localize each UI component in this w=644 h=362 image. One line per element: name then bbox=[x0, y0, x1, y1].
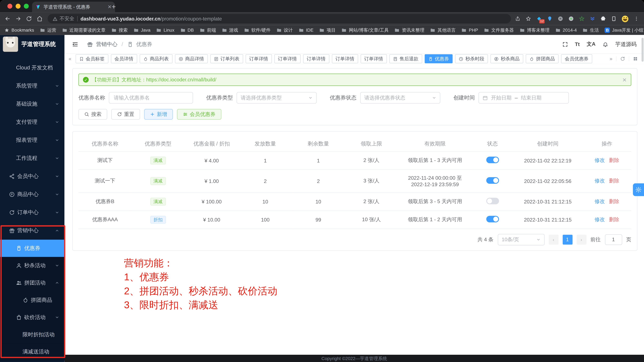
extension-record-icon[interactable] bbox=[568, 16, 574, 21]
tag-view-订单详情[interactable]: 订单详情 bbox=[360, 54, 387, 63]
page-scrollbar[interactable] bbox=[642, 38, 644, 62]
status-toggle[interactable] bbox=[486, 157, 499, 163]
status-toggle[interactable] bbox=[486, 216, 499, 222]
tag-view-商品详情[interactable]: 商品详情 bbox=[175, 54, 208, 63]
bookmark-folder[interactable]: 生活 bbox=[582, 27, 599, 33]
tags-layout-icon[interactable] bbox=[629, 56, 642, 61]
fullscreen-icon[interactable] bbox=[562, 41, 568, 47]
sidebar-item-限时折扣活动[interactable]: 限时折扣活动 bbox=[0, 326, 64, 343]
reset-button[interactable]: 重置 bbox=[111, 109, 140, 120]
bookmark-star-icon[interactable] bbox=[526, 16, 531, 21]
member-coupon-button[interactable]: 会员优惠券 bbox=[177, 109, 221, 120]
bookmark-java-group[interactable]: B Java开发 | 小组首… bbox=[605, 27, 644, 33]
bookmarks-manager[interactable]: Bookmarks bbox=[4, 27, 34, 33]
bookmark-folder[interactable]: Java bbox=[134, 27, 150, 33]
close-tab-icon[interactable]: ✕ bbox=[108, 4, 112, 10]
status-toggle[interactable] bbox=[486, 198, 499, 204]
sidebar-item-系统管理[interactable]: 系统管理 bbox=[0, 77, 64, 95]
create-time-range-picker[interactable]: 开始日期 – 结束日期 bbox=[478, 92, 569, 104]
bookmark-folder[interactable]: 近期需要读的文章 bbox=[62, 27, 106, 33]
sidebar-item-砍价活动[interactable]: 砍价活动 bbox=[0, 309, 64, 326]
tag-view-商品列表[interactable]: 商品列表 bbox=[140, 54, 172, 63]
close-window-button[interactable] bbox=[8, 4, 12, 9]
bookmark-folder[interactable]: 博客未整理 bbox=[520, 27, 550, 33]
bookmark-folder[interactable]: 运营 bbox=[40, 27, 56, 33]
tag-view-会员标签[interactable]: 会员标签 bbox=[76, 54, 108, 63]
bookmark-folder[interactable]: 前端 bbox=[200, 27, 216, 33]
extension-command-icon[interactable]: ⌘ bbox=[558, 16, 563, 21]
bookmark-folder[interactable]: Linux bbox=[156, 27, 174, 33]
bookmark-folder[interactable]: 2014-4 bbox=[555, 27, 577, 33]
sidebar-item-订单中心[interactable]: 订单中心 bbox=[0, 203, 64, 221]
edit-link[interactable]: 修改 bbox=[595, 199, 605, 204]
font-size-icon[interactable]: Tt bbox=[575, 41, 580, 47]
browser-tab[interactable]: 芋道管理系统 - 优惠券 ✕ bbox=[32, 2, 115, 12]
delete-link[interactable]: 删除 bbox=[609, 157, 619, 163]
sidebar-item-满减送活动[interactable]: 满减送活动 bbox=[0, 343, 64, 360]
bookmark-folder[interactable]: 游戏 bbox=[222, 27, 238, 33]
chrome-menu-icon[interactable] bbox=[634, 16, 639, 21]
sidebar-item-秒杀活动[interactable]: 秒杀活动 bbox=[0, 257, 64, 274]
delete-link[interactable]: 删除 bbox=[609, 199, 619, 204]
sidebar-item-优惠券[interactable]: 优惠券 bbox=[0, 240, 64, 257]
bookmark-folder[interactable]: PHP bbox=[462, 27, 478, 33]
forward-icon[interactable] bbox=[15, 16, 21, 22]
tags-scroll-right-icon[interactable]: » bbox=[606, 56, 616, 62]
sidebar-item-拼团商品[interactable]: 拼团商品 bbox=[0, 291, 64, 309]
extension-pin-icon[interactable] bbox=[547, 16, 552, 21]
tag-view-拼团商品[interactable]: 拼团商品 bbox=[526, 54, 559, 63]
collapse-sidebar-icon[interactable] bbox=[72, 41, 78, 48]
theme-settings-button[interactable] bbox=[633, 183, 644, 196]
tag-view-会员详情[interactable]: 会员详情 bbox=[111, 54, 137, 63]
coupon-name-input[interactable] bbox=[109, 92, 193, 104]
language-icon[interactable]: 文A bbox=[587, 41, 596, 48]
back-icon[interactable] bbox=[4, 16, 11, 22]
window-controls[interactable] bbox=[8, 4, 29, 9]
next-page-button[interactable]: › bbox=[576, 235, 586, 245]
extensions-puzzle-icon[interactable] bbox=[600, 16, 606, 21]
tag-view-秒杀时段[interactable]: 秒杀时段 bbox=[455, 54, 488, 63]
sidebar-item-拼团活动[interactable]: 拼团活动 bbox=[0, 274, 64, 291]
extension-scroll-icon[interactable] bbox=[590, 16, 595, 21]
sidebar-item-支付管理[interactable]: 支付管理 bbox=[0, 113, 64, 131]
tag-view-订单详情[interactable]: 订单详情 bbox=[303, 54, 329, 63]
add-button[interactable]: 新增 bbox=[144, 109, 173, 120]
bookmark-folder[interactable]: 网站/博客/文章/工具 bbox=[341, 27, 389, 33]
bookmark-folder[interactable]: IDE bbox=[298, 27, 314, 33]
bookmark-folder[interactable]: 搜索 bbox=[111, 27, 128, 33]
bookmark-folder[interactable]: DB bbox=[180, 27, 194, 33]
sidebar-item-营销中心[interactable]: 营销中心 bbox=[0, 221, 64, 240]
sidebar-item-基础设施[interactable]: 基础设施 bbox=[0, 95, 64, 113]
sidebar-item-报表管理[interactable]: 报表管理 bbox=[0, 131, 64, 149]
tag-view-订单详情[interactable]: 订单详情 bbox=[332, 54, 358, 63]
minimize-window-button[interactable] bbox=[16, 4, 21, 9]
bookmark-folder[interactable]: 软件/硬件 bbox=[244, 27, 271, 33]
page-size-select[interactable]: 10条/页 bbox=[498, 234, 544, 245]
edit-link[interactable]: 修改 bbox=[595, 178, 605, 184]
sidebar-item-商品中心[interactable]: P商品中心 bbox=[0, 185, 64, 203]
coupon-name-field[interactable] bbox=[113, 95, 189, 101]
current-page-button[interactable]: 1 bbox=[562, 235, 572, 245]
coupon-type-select[interactable]: 请选择优惠券类型 bbox=[236, 92, 316, 104]
maximize-window-button[interactable] bbox=[24, 4, 29, 9]
address-bar[interactable]: 不安全 dashboard-vue3.yudao.iocoder.cn/prom… bbox=[48, 14, 511, 24]
prev-page-button[interactable]: ‹ bbox=[548, 235, 558, 245]
goto-page-input[interactable]: 1 bbox=[605, 234, 622, 245]
bookmark-folder[interactable]: 资讯未整理 bbox=[394, 27, 424, 33]
tag-view-订单详情[interactable]: 订单详情 bbox=[274, 54, 300, 63]
sidebar-item-会员中心[interactable]: 会员中心 bbox=[0, 167, 64, 185]
bookmark-folder[interactable]: 文件服务器 bbox=[484, 27, 514, 33]
delete-link[interactable]: 删除 bbox=[609, 178, 619, 184]
tag-view-会员优惠券[interactable]: 会员优惠券 bbox=[561, 54, 592, 63]
tags-refresh-icon[interactable] bbox=[616, 56, 629, 61]
tag-view-优惠券[interactable]: 优惠券 bbox=[424, 54, 453, 63]
reader-mode-icon[interactable] bbox=[611, 16, 616, 21]
extension-star-icon[interactable] bbox=[579, 16, 584, 21]
extension-diamond-icon[interactable]: 12 bbox=[536, 16, 542, 21]
status-toggle[interactable] bbox=[486, 177, 499, 184]
search-button[interactable]: 搜索 bbox=[78, 109, 107, 120]
bookmark-folder[interactable]: 其他语言 bbox=[430, 27, 456, 33]
reload-icon[interactable] bbox=[26, 16, 32, 22]
edit-link[interactable]: 修改 bbox=[595, 157, 605, 163]
tag-view-订单详情[interactable]: 订单详情 bbox=[246, 54, 272, 63]
